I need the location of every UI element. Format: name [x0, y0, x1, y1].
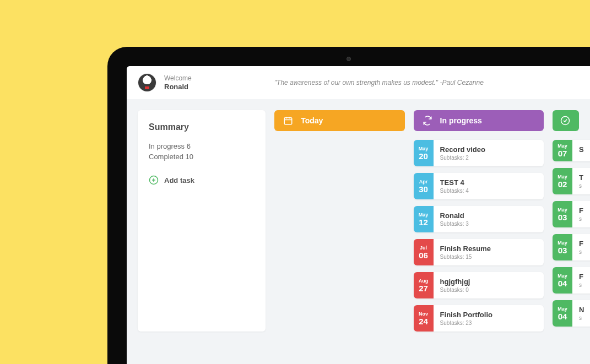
task-title: F [579, 240, 590, 248]
task-body: Ns [572, 300, 590, 327]
task-day: 07 [558, 149, 567, 158]
task-day: 03 [558, 213, 567, 222]
task-card[interactable]: Aug27hgjgfhjgjSubtasks: 0 [414, 272, 544, 298]
task-month: May [557, 143, 567, 149]
task-month: May [557, 273, 567, 279]
task-title: hgjgfhjgj [440, 278, 537, 286]
task-body: hgjgfhjgjSubtasks: 0 [434, 272, 544, 298]
task-subtasks: Subtasks: 2 [440, 155, 537, 161]
in-progress-task-list: May20Record videoSubtasks: 2Apr30TEST 4S… [414, 140, 544, 332]
summary-title: Summary [149, 122, 255, 132]
task-month: May [419, 212, 429, 218]
task-card[interactable]: Jul06Finish ResumeSubtasks: 15 [414, 239, 544, 265]
task-month: Aug [419, 278, 429, 284]
task-date: May03 [553, 234, 572, 260]
task-subtasks: Subtasks: 23 [440, 320, 537, 326]
avatar[interactable] [138, 73, 156, 92]
task-body: Ts [572, 168, 590, 194]
task-month: May [419, 146, 429, 151]
content: Summary In progress 6 Completed 10 Add t… [127, 99, 590, 343]
task-body: Finish PortfolioSubtasks: 23 [434, 305, 544, 332]
task-subtasks: Subtasks: 4 [440, 188, 537, 194]
task-subtasks: s [579, 216, 590, 222]
task-subtasks: s [579, 183, 590, 189]
task-date: May04 [553, 300, 572, 327]
today-header[interactable]: Today [274, 110, 404, 131]
task-title: S [579, 145, 590, 154]
in-progress-header[interactable]: In progress [414, 110, 544, 131]
task-title: Record video [440, 145, 537, 154]
task-title: TEST 4 [440, 178, 537, 187]
quote-text: "The awareness of our own strength makes… [274, 79, 438, 86]
task-card[interactable]: May04Ns [553, 300, 590, 327]
task-card[interactable]: May04Fs [553, 267, 590, 294]
task-card[interactable]: May20Record videoSubtasks: 2 [414, 140, 544, 166]
task-date: May03 [553, 201, 572, 227]
task-date: Nov24 [414, 305, 434, 332]
username: Ronald [164, 83, 192, 91]
task-body: S [572, 140, 590, 161]
task-month: Apr [419, 179, 428, 184]
task-day: 27 [419, 284, 428, 293]
task-day: 04 [558, 312, 567, 321]
today-label: Today [301, 116, 323, 125]
task-day: 20 [419, 151, 428, 161]
task-card[interactable]: May03Fs [553, 201, 590, 227]
app-screen: Welcome Ronald "The awareness of our own… [127, 66, 590, 364]
task-month: May [557, 306, 567, 312]
topbar: Welcome Ronald "The awareness of our own… [127, 66, 590, 99]
task-day: 04 [558, 279, 567, 288]
plus-circle-icon [149, 175, 159, 185]
task-title: Ronald [440, 211, 537, 220]
task-month: May [557, 240, 567, 246]
task-month: May [557, 174, 567, 180]
task-body: Fs [572, 234, 590, 260]
task-card[interactable]: May02Ts [553, 168, 590, 194]
add-task-button[interactable]: Add task [149, 175, 255, 185]
calendar-icon [283, 116, 293, 126]
task-day: 12 [419, 218, 428, 227]
task-card[interactable]: May03Fs [553, 234, 590, 260]
task-card[interactable]: Apr30TEST 4Subtasks: 4 [414, 173, 544, 199]
task-day: 06 [419, 251, 428, 260]
svg-point-7 [561, 117, 570, 125]
task-subtasks: s [579, 249, 590, 255]
task-date: Apr30 [414, 173, 434, 199]
task-title: N [579, 306, 590, 314]
task-date: May20 [414, 140, 434, 166]
task-subtasks: Subtasks: 15 [440, 254, 537, 260]
task-title: F [579, 273, 590, 281]
task-card[interactable]: May07S [553, 140, 590, 161]
task-subtasks: s [579, 315, 590, 321]
refresh-icon [423, 116, 432, 126]
summary-card: Summary In progress 6 Completed 10 Add t… [138, 110, 266, 332]
task-title: F [579, 207, 590, 215]
svg-rect-3 [284, 118, 292, 124]
check-circle-icon [560, 116, 570, 126]
task-subtasks: Subtasks: 3 [440, 221, 537, 227]
task-month: Jul [420, 245, 427, 251]
task-day: 24 [419, 317, 428, 326]
task-card[interactable]: May12RonaldSubtasks: 3 [414, 206, 544, 232]
task-day: 30 [419, 184, 428, 194]
task-body: RonaldSubtasks: 3 [434, 206, 544, 232]
task-body: TEST 4Subtasks: 4 [434, 173, 544, 199]
task-body: Finish ResumeSubtasks: 15 [434, 239, 544, 265]
task-subtasks: s [579, 282, 590, 288]
task-date: May12 [414, 206, 434, 232]
task-day: 02 [558, 180, 567, 189]
task-date: Aug27 [414, 272, 434, 298]
task-subtasks: Subtasks: 0 [440, 287, 537, 293]
done-header[interactable] [553, 110, 579, 131]
done-column: May07SMay02TsMay03FsMay03FsMay04FsMay04N… [553, 110, 579, 332]
task-date: May07 [553, 140, 572, 161]
today-column: Today [274, 110, 404, 332]
quote: "The awareness of our own strength makes… [192, 79, 579, 86]
task-card[interactable]: Nov24Finish PortfolioSubtasks: 23 [414, 305, 544, 332]
laptop-frame: Welcome Ronald "The awareness of our own… [107, 47, 590, 364]
in-progress-label: In progress [440, 116, 482, 125]
task-body: Fs [572, 201, 590, 227]
task-date: May04 [553, 267, 572, 294]
add-task-label: Add task [164, 176, 194, 184]
welcome-label: Welcome [164, 74, 192, 83]
